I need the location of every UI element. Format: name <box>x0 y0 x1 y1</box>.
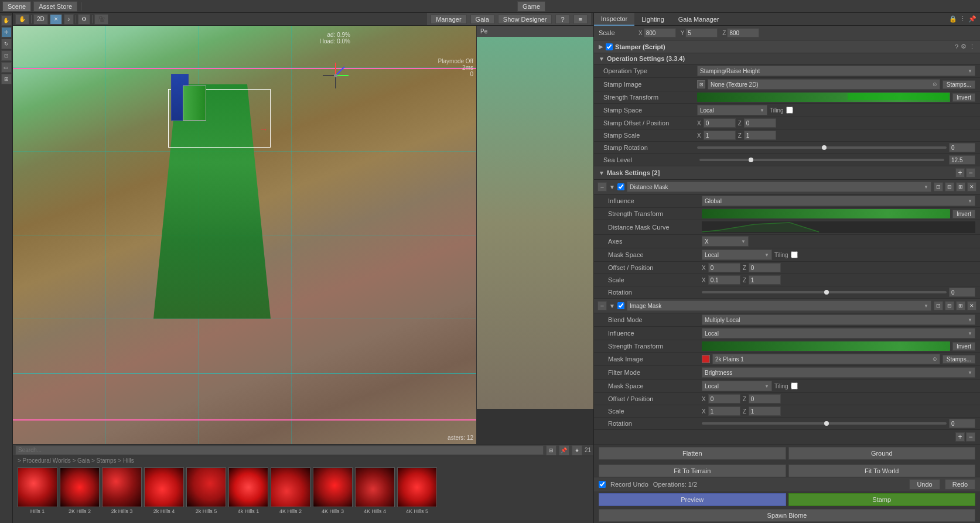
dm-influence-dropdown[interactable]: Global ▼ <box>702 196 975 206</box>
gaia-btn[interactable]: Gaia <box>470 15 494 24</box>
pin-icon[interactable]: 📌 <box>968 15 976 23</box>
fit-to-terrain-btn[interactable]: Fit To Terrain <box>599 464 786 477</box>
manager-btn[interactable]: Manager <box>431 15 466 24</box>
image-mask-type-dropdown[interactable]: Image Mask ▼ <box>627 300 931 311</box>
mask-remove-btn-bottom[interactable]: − <box>966 432 975 442</box>
bottom-icon-3[interactable]: ★ <box>572 445 582 456</box>
distance-mask-type-dropdown[interactable]: Distance Mask ▼ <box>627 182 931 192</box>
stamp-image-dropdown[interactable]: None (Texture 2D) ⊙ <box>708 79 940 90</box>
asset-item-4[interactable]: 2k Hills 5 <box>186 467 226 521</box>
dm-tiling-checkbox[interactable] <box>791 251 798 258</box>
bottom-icon-2[interactable]: 📌 <box>559 445 569 456</box>
mask-remove-btn[interactable]: − <box>966 168 975 177</box>
toolbar-2d[interactable]: 2D <box>33 14 48 25</box>
undo-btn[interactable]: Undo <box>909 479 940 490</box>
tiling-checkbox-1[interactable] <box>786 107 793 114</box>
tab-gaia-manager[interactable]: Gaia Manager <box>671 13 726 26</box>
im-mask-image-dropdown[interactable]: 2k Plains 1 ⊙ <box>712 354 940 364</box>
asset-item-9[interactable]: 4K Hills 5 <box>397 467 437 521</box>
asset-item-8[interactable]: 4K Hills 4 <box>355 467 395 521</box>
toolbar-cam[interactable]: 🎥 <box>94 14 108 25</box>
scale-tool-btn[interactable]: ⊡ <box>1 50 12 61</box>
im-invert-btn[interactable]: Invert <box>952 342 975 351</box>
move-handle[interactable]: → <box>259 124 268 135</box>
asset-item-7[interactable]: 4K Hills 3 <box>313 467 353 521</box>
rotate-tool-btn[interactable]: ↻ <box>1 39 12 49</box>
im-blend-dropdown[interactable]: Multiply Local ▼ <box>702 315 975 325</box>
redo-btn[interactable]: Redo <box>945 479 975 490</box>
offset-x-input[interactable] <box>704 118 736 128</box>
mask-collapse-icon[interactable]: ▼ <box>599 170 605 176</box>
sea-level-input[interactable] <box>949 155 975 165</box>
mask-add-btn-bottom[interactable]: + <box>955 432 965 442</box>
dm-scale-z-input[interactable] <box>749 275 781 285</box>
sea-level-slider[interactable] <box>699 159 944 161</box>
component-more-icon[interactable]: ⋮ <box>969 43 975 50</box>
menu-btn[interactable]: ≡ <box>573 15 588 24</box>
offset-z-input[interactable] <box>744 118 776 128</box>
op-settings-collapse-icon[interactable]: ▼ <box>599 56 605 62</box>
strength-slider[interactable] <box>697 93 950 102</box>
asset-item-1[interactable]: 2K Hills 2 <box>60 467 100 521</box>
distance-mask-icon-1[interactable]: ⊡ <box>934 182 943 192</box>
spawn-biome-btn[interactable]: Spawn Biome <box>599 509 975 522</box>
image-mask-minus-btn[interactable]: − <box>597 301 607 310</box>
stamp-scale-x-input[interactable] <box>704 131 736 140</box>
rotation-value-input[interactable] <box>949 143 975 152</box>
record-undo-checkbox[interactable] <box>599 481 606 488</box>
transform-tool-btn[interactable]: ⊞ <box>1 74 12 84</box>
dm-offset-z-input[interactable] <box>749 263 781 272</box>
image-mask-icon-2[interactable]: ⊟ <box>945 301 954 310</box>
stamps-btn-1[interactable]: Stamps... <box>943 80 975 89</box>
asset-item-0[interactable]: Hills 1 <box>18 467 57 521</box>
asset-search-input[interactable] <box>15 446 544 455</box>
viewport-main[interactable]: → ad: 0.9% l load: 0.0% <box>13 26 476 444</box>
distance-mask-checkbox[interactable] <box>617 183 624 190</box>
distance-mask-icon-2[interactable]: ⊟ <box>945 182 954 192</box>
hand-tool-btn[interactable]: ✋ <box>1 15 12 26</box>
component-collapse-icon[interactable]: ▶ <box>599 43 603 50</box>
toolbar-audio[interactable]: ♪ <box>64 14 74 25</box>
operation-type-dropdown[interactable]: Stamping/Raise Height ▼ <box>697 66 975 76</box>
show-designer-btn[interactable]: Show Designer <box>498 15 552 24</box>
dm-scale-x-input[interactable] <box>708 275 740 285</box>
rotation-slider[interactable] <box>697 146 947 149</box>
flatten-btn[interactable]: Flatten <box>599 447 786 460</box>
asset-item-6[interactable]: 4K Hills 2 <box>271 467 310 521</box>
asset-store-tab[interactable]: Asset Store <box>33 1 77 12</box>
asset-item-5[interactable]: 4k Hills 1 <box>228 467 268 521</box>
preview-btn[interactable]: Preview <box>599 493 786 506</box>
dm-rotation-slider[interactable] <box>702 291 947 293</box>
stamp-action-btn[interactable]: Stamp <box>788 493 976 506</box>
scale-z-input[interactable] <box>727 28 759 37</box>
toolbar-light[interactable]: ☀ <box>50 14 62 25</box>
im-strength-slider[interactable] <box>702 341 950 351</box>
dm-strength-slider[interactable] <box>702 209 950 218</box>
fit-to-world-btn[interactable]: Fit To World <box>788 464 976 477</box>
im-stamps-btn[interactable]: Stamps... <box>943 355 975 364</box>
distance-mask-icon-3[interactable]: ⊞ <box>956 182 965 192</box>
move-tool-btn[interactable]: ✛ <box>1 27 12 37</box>
more-icon[interactable]: ⋮ <box>959 15 966 23</box>
scale-x-input[interactable] <box>644 28 676 37</box>
component-enabled-checkbox[interactable] <box>606 43 613 50</box>
asset-item-3[interactable]: 2k Hills 4 <box>144 467 184 521</box>
image-mask-icon-3[interactable]: ⊞ <box>956 301 965 310</box>
ground-btn[interactable]: Ground <box>788 447 976 460</box>
dm-rotation-input[interactable] <box>949 288 975 297</box>
mini-terrain-view[interactable] <box>477 37 593 409</box>
game-tab[interactable]: Game <box>517 1 545 12</box>
stamp-space-dropdown[interactable]: Local ▼ <box>697 105 767 115</box>
im-rotation-input[interactable] <box>949 419 975 428</box>
asset-item-2[interactable]: 2k Hills 3 <box>102 467 142 521</box>
distance-mask-close-icon[interactable]: ✕ <box>967 182 976 192</box>
im-mask-space-dropdown[interactable]: Local ▼ <box>702 381 772 391</box>
help-btn[interactable]: ? <box>555 15 569 24</box>
dm-offset-x-input[interactable] <box>708 263 740 272</box>
lock-icon[interactable]: 🔒 <box>949 15 957 23</box>
bottom-icon-1[interactable]: ⊞ <box>546 445 556 456</box>
distance-mask-minus-btn[interactable]: − <box>597 182 607 192</box>
im-offset-z-input[interactable] <box>749 394 781 404</box>
im-filter-dropdown[interactable]: Brightness ▼ <box>702 367 975 378</box>
toolbar-hand[interactable]: ✋ <box>15 14 29 25</box>
